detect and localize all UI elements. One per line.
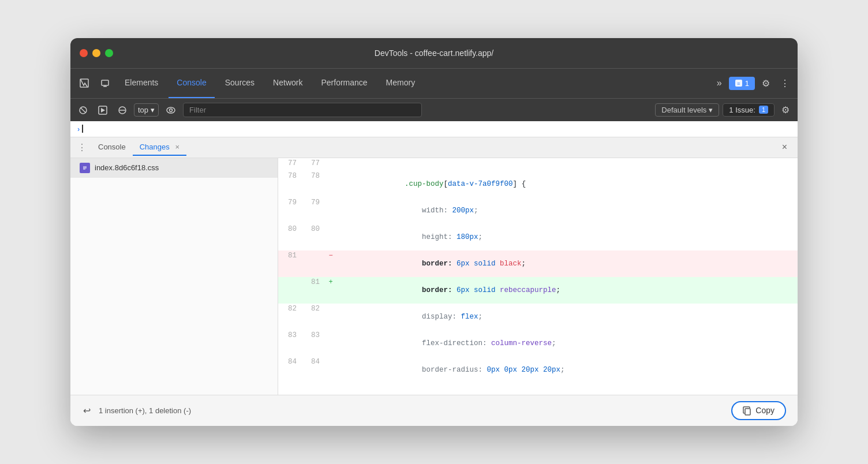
toolbar-right: » ≡ 1 ⚙ ⋮ [713,74,793,92]
svg-rect-18 [745,409,750,415]
devtools-window: DevTools - coffee-cart.netlify.app/ Elem… [70,38,798,426]
menu-button[interactable]: ⋮ [777,74,793,92]
inspect-element-button[interactable] [75,75,93,91]
svg-text:≡: ≡ [737,81,740,87]
table-row: 80 80 height: 180px; [278,224,798,250]
traffic-lights [80,49,113,57]
code-table: 77 77 78 78 .cup-body[data-v-7a0f9f00] { [278,158,798,383]
tab-performance[interactable]: Performance [313,69,375,98]
titlebar: DevTools - coffee-cart.netlify.app/ [70,38,798,68]
table-row: 84 84 border-radius: 0px 0px 20px 20px; [278,357,798,383]
svg-point-13 [170,109,173,112]
table-row: 82 82 display: flex; [278,304,798,330]
svg-line-7 [81,108,85,113]
cursor [82,125,83,133]
device-toolbar-button[interactable] [96,75,114,91]
file-item[interactable]: index.8d6c6f18.css [70,158,278,178]
close-button[interactable] [80,49,88,57]
copy-button[interactable]: Copy [731,401,786,420]
tab-sources[interactable]: Sources [217,69,263,98]
table-row: 81 + border: 6px solid rebeccapurple; [278,277,798,304]
revert-button[interactable]: ↩ [82,404,92,417]
eye-button[interactable] [162,103,179,117]
more-tabs-button[interactable]: » [713,74,725,92]
copy-icon [743,406,752,416]
close-tab-icon[interactable]: × [175,143,179,151]
tab-memory[interactable]: Memory [378,69,424,98]
table-row: 79 79 width: 200px; [278,197,798,224]
window-title: DevTools - coffee-cart.netlify.app/ [375,48,493,58]
drawer-menu-button[interactable]: ⋮ [77,142,87,153]
console-bar: top ▾ Default levels ▾ 1 Issue: 1 ⚙ [70,98,798,121]
console-settings-button[interactable]: ⚙ [778,101,793,119]
issues-icon: 1 [759,106,768,114]
filter-input[interactable] [183,103,422,117]
svg-rect-1 [102,80,108,85]
table-row: 83 83 flex-direction: column-reverse; [278,330,798,357]
issues-count-badge: 1 Issue: 1 [723,103,775,117]
prompt-chevron: › [77,125,80,133]
tab-network[interactable]: Network [265,69,310,98]
drawer-tab-changes[interactable]: Changes × [133,139,186,156]
changes-sidebar: index.8d6c6f18.css [70,158,278,395]
tab-elements[interactable]: Elements [117,69,166,98]
console-prompt-line: › [70,121,798,137]
default-levels-button[interactable]: Default levels ▾ [655,103,719,117]
drawer-header: ⋮ Console Changes × × [70,137,798,158]
maximize-button[interactable] [105,49,113,57]
issues-badge-button[interactable]: ≡ 1 [729,77,755,90]
table-row: 77 77 [278,158,798,171]
tab-console[interactable]: Console [169,69,214,98]
table-row: 78 78 .cup-body[data-v-7a0f9f00] { [278,171,798,197]
settings-button[interactable]: ⚙ [758,74,773,92]
drawer-tab-console[interactable]: Console [91,139,133,156]
code-diff-view: 77 77 78 78 .cup-body[data-v-7a0f9f00] { [278,158,798,395]
footer-bar: ↩ 1 insertion (+), 1 deletion (-) Copy [70,395,798,426]
table-row: 81 − border: 6px solid black; [278,250,798,277]
svg-point-12 [167,107,175,113]
svg-marker-9 [101,108,105,113]
top-context-dropdown[interactable]: top ▾ [134,103,159,117]
file-icon [80,163,90,173]
minimize-button[interactable] [92,49,100,57]
run-button[interactable] [95,103,111,117]
clear-console-button[interactable] [75,103,91,117]
main-content: index.8d6c6f18.css 77 77 [70,158,798,395]
sidebar-filename: index.8d6c6f18.css [95,163,159,172]
diff-summary-text: 1 insertion (+), 1 deletion (-) [99,406,191,415]
block-icon-button[interactable] [114,103,130,117]
svg-rect-2 [103,86,107,87]
drawer-close-button[interactable]: × [779,140,791,155]
main-toolbar: Elements Console Sources Network Perform… [70,68,798,98]
